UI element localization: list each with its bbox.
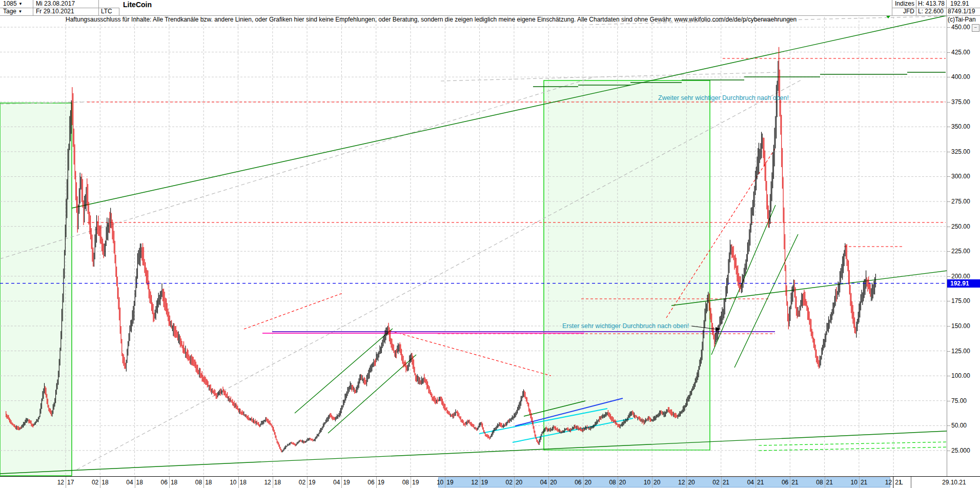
annotation-second-breakout: Zweiter sehr wichtiger Durchbruch nach o… (658, 94, 789, 101)
time-axis-bar: 1217021804180618081810181218021904190619… (0, 476, 980, 488)
symbol-label: LTC (101, 8, 118, 15)
price-bars-down (6, 47, 870, 453)
time-axis-tick (238, 477, 239, 488)
price-chart-canvas[interactable] (0, 0, 980, 488)
time-axis-tick (893, 477, 894, 488)
price-axis-label: 150.00 (951, 322, 970, 330)
time-axis-year: 19 (446, 479, 453, 486)
disclaimer-text: Haftungsausschluss für Inhalte: Alle Tre… (66, 16, 797, 23)
time-axis-year: 20 (688, 479, 695, 486)
axis-tick (947, 251, 950, 252)
last-price-label: 192.91 (950, 0, 980, 8)
time-axis-month: 08 (190, 479, 202, 486)
time-axis-tick (411, 477, 411, 488)
axis-tick (947, 52, 950, 53)
axis-tick (947, 152, 950, 152)
time-axis-month: 08 (397, 479, 409, 486)
price-axis-label: 375.00 (951, 98, 970, 106)
time-axis-year: 19 (412, 479, 419, 486)
time-axis-year: 20 (654, 479, 660, 486)
time-axis-month: 10 (639, 479, 650, 486)
chart-title: LiteCoin (123, 1, 226, 8)
time-axis-month: 02 (501, 479, 513, 486)
time-axis-year: 20 (619, 479, 626, 486)
time-axis-month: 12 (52, 479, 64, 486)
period-dropdown[interactable]: Tage ▼ (3, 8, 32, 15)
time-axis-year: 19 (343, 479, 350, 486)
price-axis-label: 25.000 (951, 447, 970, 454)
time-axis-month: 02 (87, 479, 98, 486)
time-axis-year: 18 (274, 479, 281, 486)
axis-tick (947, 276, 950, 277)
time-axis-month: 12 (673, 479, 685, 486)
price-bars-up (16, 61, 875, 453)
price-axis-label: 400.00 (951, 73, 970, 80)
time-axis-year: 18 (136, 479, 143, 486)
time-axis-year: 20 (516, 479, 522, 486)
price-axis-label: 125.00 (951, 348, 970, 355)
header-bar: 1085 ▼ Tage ▼ Mi 23.08.2017 Fr 29.10.202… (0, 0, 980, 16)
time-axis-year: 20 (550, 479, 557, 486)
axis-tick (947, 27, 950, 28)
time-axis-month: 10 (432, 479, 443, 486)
time-axis-month: 04 (535, 479, 547, 486)
axis-tick (947, 351, 950, 352)
time-axis-tick (652, 477, 652, 488)
price-axis-label: 50.00 (951, 422, 967, 429)
time-axis-month: 12 (259, 479, 271, 486)
price-axis-label: 250.00 (951, 223, 970, 230)
time-axis-year: 18 (240, 479, 247, 486)
axis-tick (947, 451, 950, 451)
date-to: Fr 29.10.2021 (36, 8, 97, 15)
chevron-down-icon: ▼ (18, 9, 22, 14)
time-axis-tick (135, 477, 135, 488)
time-axis-tick (825, 477, 825, 488)
axis-tick (947, 326, 950, 327)
current-price-tag: 192.91 (947, 279, 980, 288)
last-date-label: 29.10.21 (942, 479, 966, 486)
time-axis-month: 04 (742, 479, 754, 486)
feed-label: JFD (892, 8, 914, 15)
time-axis-tick (100, 477, 100, 488)
annotation-first-breakout: Erster sehr wichtiger Durchbruch nach ob… (562, 322, 689, 330)
time-axis-tick (618, 477, 618, 488)
ratio-label: 8749.1/19 (948, 8, 980, 15)
time-axis-month: 04 (328, 479, 340, 486)
time-axis-tick (273, 477, 273, 488)
price-axis-label: 175.00 (951, 297, 970, 304)
time-axis-month: 10 (225, 479, 237, 486)
time-axis-year: 17 (67, 479, 74, 486)
price-axis: 450.00425.00400.00375.00350.00325.00300.… (947, 15, 980, 476)
time-axis-year: 18 (101, 479, 108, 486)
time-axis-tick (341, 477, 342, 488)
price-axis-label: 100.00 (951, 372, 970, 379)
time-axis-tick (583, 477, 584, 488)
time-axis-month: 02 (294, 479, 305, 486)
time-axis-tick (376, 477, 377, 488)
price-axis-label: 225.00 (951, 248, 970, 255)
time-axis-month: 06 (363, 479, 375, 486)
axis-tick (947, 77, 950, 77)
chevron-down-icon: ▼ (18, 2, 23, 6)
time-axis-year: 21 (861, 479, 867, 486)
time-axis-tick (548, 477, 549, 488)
axis-tick (947, 401, 950, 401)
axis-tick (947, 376, 950, 376)
axis-tick (947, 201, 950, 202)
highlight-zone (0, 103, 72, 476)
axis-tick (947, 127, 950, 127)
bars-count-dropdown[interactable]: 1085 ▼ (3, 0, 32, 8)
trend-line (671, 267, 980, 306)
price-axis-label: 75.00 (951, 397, 967, 404)
price-axis-label: 275.00 (951, 198, 970, 205)
time-axis-month: 04 (121, 479, 133, 486)
time-axis-month: 12 (466, 479, 478, 486)
time-axis-month: 12 (880, 479, 892, 486)
time-axis-tick (721, 477, 722, 488)
time-axis-month: 06 (156, 479, 168, 486)
time-axis-tick (514, 477, 515, 488)
price-axis-label: 325.00 (951, 148, 970, 155)
time-axis-tick (66, 477, 66, 488)
collapse-icon[interactable]: − (972, 24, 979, 32)
time-axis-year: 21 (791, 479, 798, 486)
